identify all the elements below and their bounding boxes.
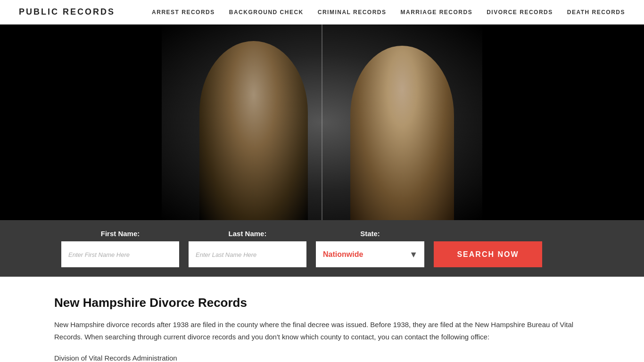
last-name-label: Last Name: (189, 230, 306, 238)
nav-link-death-records[interactable]: DEATH RECORDS (567, 9, 625, 16)
first-name-input[interactable] (61, 241, 179, 267)
page-title: New Hampshire Divorce Records (54, 296, 590, 310)
hero-section (0, 25, 644, 220)
search-now-button[interactable]: SEARCH NOW (434, 241, 542, 267)
couple-figure (162, 25, 482, 220)
site-logo[interactable]: PUBLIC RECORDS (19, 7, 115, 17)
nav-link-marriage-records[interactable]: MARRIAGE RECORDS (401, 9, 473, 16)
state-field: State: NationwideAlabamaAlaskaArizonaArk… (316, 230, 424, 267)
content-paragraph-2: Division of Vital Records Administration (54, 352, 590, 362)
person-right (350, 46, 454, 220)
nav-link-background-check[interactable]: BACKGROUND CHECK (229, 9, 304, 16)
main-nav: ARREST RECORDSBACKGROUND CHECKCRIMINAL R… (152, 9, 625, 16)
nav-link-divorce-records[interactable]: DIVORCE RECORDS (487, 9, 553, 16)
state-label: State: (316, 230, 424, 238)
site-header: PUBLIC RECORDS ARREST RECORDSBACKGROUND … (0, 0, 644, 25)
nav-link-arrest-records[interactable]: ARREST RECORDS (152, 9, 215, 16)
hero-image (162, 25, 482, 220)
last-name-field: Last Name: (189, 230, 306, 267)
content-paragraph-1: New Hampshire divorce records after 1938… (54, 319, 590, 343)
state-select[interactable]: NationwideAlabamaAlaskaArizonaArkansasCa… (316, 241, 424, 267)
nav-link-criminal-records[interactable]: CRIMINAL RECORDS (318, 9, 387, 16)
last-name-input[interactable] (189, 241, 306, 267)
content-section: New Hampshire Divorce Records New Hampsh… (0, 277, 644, 362)
state-select-wrapper: NationwideAlabamaAlaskaArizonaArkansasCa… (316, 241, 424, 267)
first-name-field: First Name: (61, 230, 179, 267)
search-section: First Name: Last Name: State: Nationwide… (0, 220, 644, 277)
first-name-label: First Name: (61, 230, 179, 238)
divider-line (322, 25, 322, 220)
person-left (199, 41, 308, 220)
